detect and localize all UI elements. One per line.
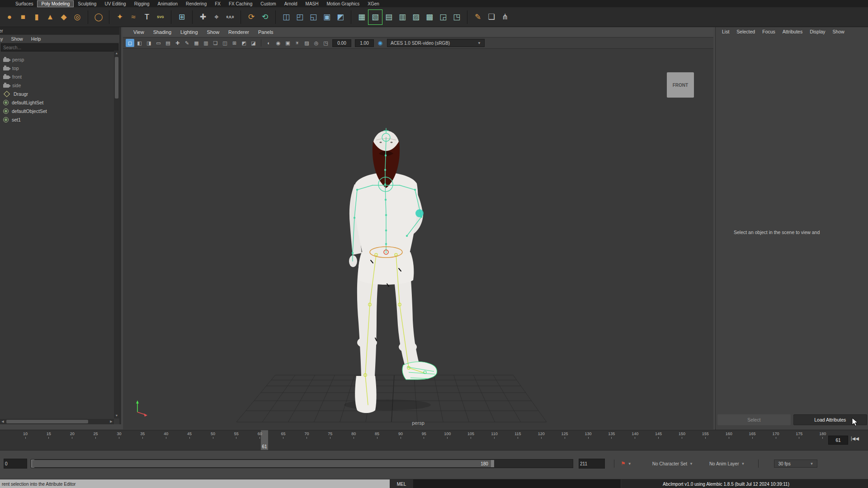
selection-highlight-icon[interactable]: ◻	[126, 39, 134, 47]
viewport-tool-icon[interactable]	[261, 39, 261, 47]
separate-icon[interactable]: ◰	[293, 10, 307, 24]
shaded-icon[interactable]: ◉	[274, 39, 283, 47]
gate-mask-icon[interactable]: ◫	[221, 39, 229, 47]
outliner-item[interactable]: front	[0, 72, 119, 81]
scroll-right-icon[interactable]: ▶	[108, 419, 114, 424]
character-mesh[interactable]	[349, 131, 437, 413]
type-tool-icon[interactable]: T	[140, 10, 154, 24]
menubar-item[interactable]: Rendering	[182, 1, 210, 7]
mirror-cw-icon[interactable]: ⟳	[245, 10, 258, 24]
camera-attributes-icon[interactable]: ◨	[145, 39, 153, 47]
outliner-item[interactable]: side	[0, 81, 119, 89]
viewport-menu-item[interactable]: Lighting	[176, 29, 202, 35]
poly-torus-icon[interactable]: ◎	[71, 10, 84, 24]
menubar-item[interactable]: Sculpting	[74, 1, 100, 7]
menubar-item[interactable]: Motion Graphics	[323, 1, 363, 7]
move-to-origin-icon[interactable]: 0,0,0	[223, 10, 237, 24]
target-weld-icon[interactable]: ⌖	[210, 10, 223, 24]
ambient-occlusion-icon[interactable]: ◎	[312, 39, 321, 47]
viewport-panel[interactable]: View Shading Lighting Show Renderer Pane…	[123, 27, 713, 429]
gamma-field[interactable]: 1.00	[355, 39, 374, 47]
shelf-tool-icon[interactable]	[192, 10, 193, 24]
platonic-solid-icon[interactable]: ◯	[92, 10, 105, 24]
menubar-item[interactable]: Arnold	[281, 1, 301, 7]
scrollbar-thumb[interactable]	[6, 420, 88, 423]
bookmark-icon[interactable]: ▭	[154, 39, 163, 47]
viewport-canvas[interactable]: FRONT persp	[123, 49, 713, 429]
shelf-tool-icon[interactable]	[275, 10, 276, 24]
menubar-item[interactable]: FX	[211, 1, 224, 7]
uv-editor-icon[interactable]: ⊞	[175, 10, 189, 24]
menubar-item[interactable]: FX Caching	[225, 1, 256, 7]
lights-icon[interactable]: ☀	[293, 39, 302, 47]
wireframe-icon[interactable]: ◐	[264, 39, 273, 47]
attribute-editor-menu-item[interactable]: Focus	[762, 29, 775, 34]
crease-icon[interactable]: ◩	[334, 10, 347, 24]
outliner-menu-item[interactable]: Show	[11, 36, 23, 42]
attribute-editor-menu-item[interactable]: List	[722, 29, 729, 34]
viewport-menu-item[interactable]: Shading	[149, 29, 175, 35]
boolean-icon[interactable]: ◱	[307, 10, 320, 24]
film-gate-icon[interactable]: ▥	[202, 39, 210, 47]
range-handle-right[interactable]	[491, 460, 494, 467]
chevron-down-icon[interactable]: ▼	[628, 462, 632, 466]
symmetry-icon[interactable]: ◲	[436, 10, 450, 24]
shelf-tool-icon[interactable]	[88, 10, 88, 24]
attribute-editor-menu-item[interactable]: Show	[833, 29, 844, 34]
rig-control-handle[interactable]	[415, 209, 424, 217]
extrude-icon[interactable]: ▥	[396, 10, 409, 24]
menubar-item[interactable]: XGen	[364, 1, 383, 7]
mirror-ccw-icon[interactable]: ⟲	[258, 10, 272, 24]
grease-pencil-icon[interactable]: ✎	[183, 39, 191, 47]
outliner-search-input[interactable]	[1, 45, 118, 50]
range-slider[interactable]: 180	[31, 459, 573, 468]
viewport-menu-item[interactable]: Show	[203, 29, 224, 35]
color-management-icon[interactable]: ◉	[376, 39, 384, 47]
menubar-item[interactable]: Poly Modeling	[38, 1, 73, 7]
outliner-item[interactable]: set1	[0, 115, 119, 124]
current-time-field[interactable]: 61	[828, 436, 848, 445]
multi-cut-icon[interactable]: ▦	[355, 10, 368, 24]
character-set-dropdown[interactable]: No Character Set	[652, 461, 687, 466]
scroll-left-icon[interactable]: ◀	[0, 419, 5, 424]
playback-range[interactable]: 180	[32, 460, 494, 467]
scrollbar-thumb[interactable]	[115, 57, 118, 99]
menubar-item[interactable]: Rigging	[131, 1, 153, 7]
wedge-icon[interactable]: ◳	[450, 10, 463, 24]
svg-tool-icon[interactable]: SVG	[154, 10, 167, 24]
viewport-menu-item[interactable]: Renderer	[224, 29, 253, 35]
pan-zoom-icon[interactable]: ✚	[173, 39, 182, 47]
safe-action-icon[interactable]: ◩	[240, 39, 248, 47]
textured-icon[interactable]: ▣	[283, 39, 292, 47]
safe-title-icon[interactable]: ◪	[249, 39, 258, 47]
outliner-item[interactable]: defaultLightSet	[0, 98, 119, 107]
select-button[interactable]: Select	[717, 414, 791, 425]
poly-cylinder-icon[interactable]: ▮	[30, 10, 43, 24]
time-slider[interactable]: 10 15 20 25 30	[0, 430, 868, 450]
poly-cube-icon[interactable]: ■	[16, 10, 30, 24]
menubar-item[interactable]: MASH	[302, 1, 322, 7]
colorspace-dropdown[interactable]: ACES 1.0 SDR-video (sRGB) ▼	[387, 39, 485, 47]
fps-dropdown[interactable]: 30 fps ▼	[774, 460, 817, 468]
pitchfork-icon[interactable]: ⋔	[498, 10, 512, 24]
chevron-down-icon[interactable]: ▼	[689, 462, 693, 466]
shelf-tool-icon[interactable]	[171, 10, 171, 24]
menubar-item[interactable]: Animation	[154, 1, 181, 7]
combine-icon[interactable]: ◫	[279, 10, 293, 24]
menubar-item[interactable]: Surfaces	[12, 1, 37, 7]
notebook-icon[interactable]: ❏	[485, 10, 498, 24]
outliner-item[interactable]: defaultObjectSet	[0, 107, 119, 115]
animation-start-field[interactable]	[4, 459, 27, 469]
lock-camera-icon[interactable]: ◧	[135, 39, 144, 47]
attribute-editor-menu-item[interactable]: Selected	[736, 29, 755, 34]
shelf-tool-icon[interactable]	[467, 10, 467, 24]
shadows-icon[interactable]: ▨	[302, 39, 311, 47]
curve-star-icon[interactable]: ✦	[113, 10, 127, 24]
menubar-item[interactable]: Custom	[257, 1, 279, 7]
motion-blur-icon[interactable]: ◳	[321, 39, 330, 47]
menubar-item[interactable]: UV Editing	[101, 1, 129, 7]
poly-sphere-icon[interactable]: ●	[3, 10, 16, 24]
shelf-tool-icon[interactable]	[241, 10, 241, 24]
command-line-input[interactable]	[414, 479, 623, 488]
pencil-tool-icon[interactable]: ✎	[471, 10, 485, 24]
